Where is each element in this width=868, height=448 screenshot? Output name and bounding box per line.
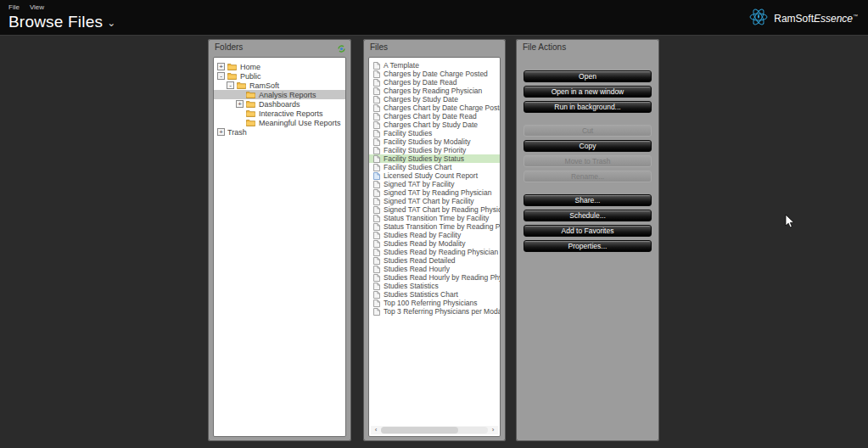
folder-tree-row[interactable]: Meaningful Use Reports [214,118,345,127]
expand-icon[interactable]: + [217,63,225,70]
file-list-item[interactable]: Charges Chart by Study Date [369,120,500,129]
file-list-item[interactable]: Status Transition Time by Facility [369,214,500,222]
schedule-button[interactable]: Schedule... [524,210,652,221]
file-icon [373,300,380,307]
file-list-item[interactable]: Studies Statistics [369,282,500,290]
file-label: Charges by Date Read [384,78,456,87]
folder-tree-row[interactable]: Analysis Reports [214,90,345,99]
file-icon [373,257,380,265]
scroll-right-icon[interactable]: › [488,426,498,434]
file-list-item[interactable]: Facility Studies by Modality [369,137,500,146]
scrollbar-thumb[interactable] [381,427,458,434]
open-button[interactable]: Open [524,70,652,82]
file-list-item[interactable]: Facility Studies Chart [369,163,500,171]
file-label: Charges Chart by Date Charge Posted [384,104,501,112]
folder-tree-row[interactable]: +Trash [214,127,345,137]
folder-tree-row[interactable]: Interactive Reports [214,109,345,118]
file-icon [373,147,380,154]
folder-label: Interactive Reports [259,109,323,118]
file-list-item[interactable]: Top 100 Referring Physicians [369,299,500,307]
top-bar: File View Browse Files ⌄ RamSoftEssence™ [0,0,868,36]
page-title[interactable]: Browse Files ⌄ [8,13,115,31]
file-list-item[interactable]: Studies Read by Facility [369,231,500,239]
file-icon [373,249,380,256]
horizontal-scrollbar[interactable]: ‹ › [371,426,498,434]
file-label: Charges Chart by Study Date [384,120,478,129]
run-in-background-button[interactable]: Run in background... [524,101,652,113]
file-icon [373,138,380,146]
file-label: Facility Studies by Status [384,154,464,163]
file-list-item[interactable]: Studies Read Hourly by Reading Physician [369,273,500,282]
file-label: Licensed Study Count Report [384,171,478,180]
file-list-item[interactable]: Studies Read by Reading Physician [369,248,500,256]
file-icon [373,113,380,120]
expand-icon[interactable]: + [217,128,225,136]
menu-file[interactable]: File [8,3,20,11]
file-list-item[interactable]: Status Transition Time by Reading Physic… [369,222,500,231]
page-title-text: Browse Files [8,13,103,31]
refresh-icon[interactable] [337,42,346,52]
file-label: Top 3 Referring Physicians per Modality [384,307,501,316]
file-list-item[interactable]: Charges Chart by Date Charge Posted [369,104,500,112]
file-list-item[interactable]: Studies Read Detailed [369,256,500,265]
file-list-item[interactable]: A Template [369,61,500,70]
expand-icon[interactable]: + [236,100,244,108]
file-list-item[interactable]: Charges by Reading Physician [369,87,500,95]
folder-label: RamSoft [249,81,279,90]
file-list-item[interactable]: Facility Studies by Status [369,154,500,163]
file-actions-panel: File Actions OpenOpen in a new windowRun… [516,39,659,441]
report-file-icon [373,172,380,180]
files-panel-header: Files [363,39,506,56]
file-label: Charges by Reading Physician [384,87,482,95]
file-label: Facility Studies by Modality [384,137,471,146]
file-list-item[interactable]: Facility Studies by Priority [369,146,500,154]
properties-button[interactable]: Properties... [524,240,652,252]
file-list-item[interactable]: Licensed Study Count Report [369,171,500,180]
file-list-item[interactable]: Signed TAT by Reading Physician [369,188,500,197]
folders-panel-title: Folders [215,42,243,52]
collapse-icon[interactable]: - [217,72,225,80]
file-list-item[interactable]: Facility Studies [369,129,500,137]
file-list-item[interactable]: Charges by Study Date [369,95,500,104]
file-icon [373,181,380,188]
folder-icon [227,63,237,70]
open-in-a-new-window-button[interactable]: Open in a new window [524,86,652,98]
file-list-item[interactable]: Studies Read by Modality [369,239,500,248]
file-icon [373,198,380,205]
menu-view[interactable]: View [30,3,44,11]
files-list: A TemplateCharges by Date Charge PostedC… [369,58,500,316]
folder-label: Home [240,63,260,71]
action-button-group: Share...Schedule...Add to FavoritesPrope… [524,194,652,252]
folder-icon [227,72,237,80]
folder-tree-row[interactable]: +Home [214,62,345,71]
share-button[interactable]: Share... [524,194,652,206]
copy-button[interactable]: Copy [524,140,652,152]
file-list-item[interactable]: Charges by Date Read [369,78,500,87]
mouse-cursor [785,214,795,232]
folder-label: Public [240,72,261,81]
folder-tree-row[interactable]: -Public [214,71,345,81]
scrollbar-track[interactable] [381,427,488,434]
file-label: Studies Read Hourly [384,265,450,273]
file-list-item[interactable]: Signed TAT Chart by Facility [369,197,500,205]
file-list-item[interactable]: Signed TAT by Facility [369,180,500,188]
file-icon [373,206,380,214]
file-list-item[interactable]: Charges Chart by Date Read [369,112,500,120]
collapse-icon[interactable]: - [227,81,234,89]
file-list-item[interactable]: Charges by Date Charge Posted [369,70,500,78]
scroll-left-icon[interactable]: ‹ [371,426,381,434]
file-list-item[interactable]: Signed TAT Chart by Reading Physician [369,205,500,214]
file-icon [373,62,380,70]
action-button-group: OpenOpen in a new windowRun in backgroun… [524,70,652,113]
file-list-item[interactable]: Studies Read Hourly [369,265,500,273]
file-list-item[interactable]: Studies Statistics Chart [369,290,500,299]
file-label: Studies Read Hourly by Reading Physician [384,273,501,282]
folder-tree-row[interactable]: +Dashboards [214,99,345,109]
folder-tree-row[interactable]: -RamSoft [214,81,345,90]
file-label: Facility Studies by Priority [384,146,466,154]
file-label: Studies Statistics Chart [384,290,458,299]
file-list-item[interactable]: Top 3 Referring Physicians per Modality [369,307,500,316]
files-panel: Files A TemplateCharges by Date Charge P… [363,39,506,441]
brand-name: RamSoftEssence™ [774,13,858,25]
add-to-favorites-button[interactable]: Add to Favorites [524,225,652,237]
